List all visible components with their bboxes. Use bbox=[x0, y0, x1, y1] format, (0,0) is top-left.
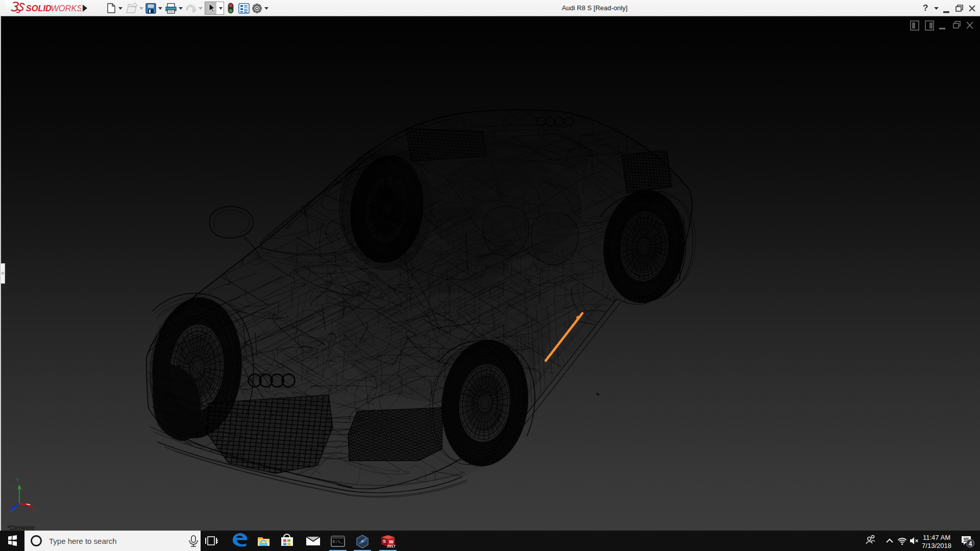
svg-text:x: x bbox=[33, 507, 35, 512]
svg-text:S: S bbox=[383, 539, 386, 544]
svg-text:2017: 2017 bbox=[387, 544, 396, 548]
svg-text:C:\_: C:\_ bbox=[333, 539, 342, 544]
svg-text:Y: Y bbox=[16, 478, 19, 483]
svg-text:7/13/2018: 7/13/2018 bbox=[922, 542, 951, 549]
svg-text:4: 4 bbox=[969, 540, 972, 547]
svg-text:11:47 AM: 11:47 AM bbox=[923, 534, 950, 541]
